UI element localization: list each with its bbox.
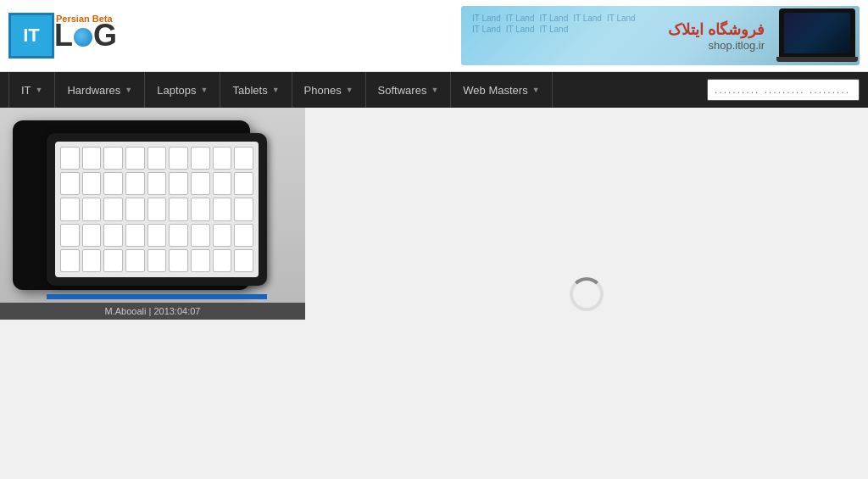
banner-title: فروشگاه ایتلاک (668, 20, 765, 39)
nav-item-phones[interactable]: Phones ▼ (292, 72, 366, 108)
nav-item-webmasters[interactable]: Web Masters ▼ (451, 72, 552, 108)
nav-arrow-tablets: ▼ (272, 86, 280, 94)
banner-text: فروشگاه ایتلاک shop.itlog.ir (461, 14, 775, 58)
loading-spinner (570, 277, 604, 311)
nav-label-webmasters: Web Masters (463, 84, 527, 97)
nav-arrow-hardwares: ▼ (125, 86, 132, 94)
nav-arrow-phones: ▼ (346, 86, 353, 94)
nav-label-phones: Phones (304, 84, 342, 97)
tablet-keyboard (55, 142, 259, 277)
nav-label-hardwares: Hardwares (67, 84, 120, 97)
logo-area: IT Persian Beta LG (8, 13, 117, 58)
nav-arrow-softwares: ▼ (431, 86, 438, 94)
nav-item-laptops[interactable]: Laptops ▼ (145, 72, 220, 108)
nav-arrow-laptops: ▼ (201, 86, 209, 94)
banner[interactable]: IT Land IT Land IT Land IT Land IT Land … (461, 6, 860, 65)
nav-item-it[interactable]: IT ▼ (8, 72, 55, 108)
logo-it-text: IT (23, 25, 40, 47)
nav-label-it: IT (21, 84, 31, 97)
tablet-bottom-bar (47, 294, 267, 299)
nav-label-tablets: Tablets (232, 84, 267, 97)
nav-arrow-webmasters: ▼ (532, 86, 540, 94)
banner-laptop (775, 6, 860, 65)
nav-label-softwares: Softwares (378, 84, 427, 97)
left-panel: M.Abooali | 2013:04:07 (0, 108, 305, 479)
search-input[interactable] (707, 79, 860, 101)
navbar: IT ▼ Hardwares ▼ Laptops ▼ Tablets ▼ Pho… (0, 72, 868, 108)
banner-url: shop.itlog.ir (709, 39, 765, 52)
tablet-front (47, 133, 267, 286)
nav-label-laptops: Laptops (157, 84, 196, 97)
image-caption: M.Abooali | 2013:04:07 (0, 303, 305, 320)
nav-item-softwares[interactable]: Softwares ▼ (366, 72, 452, 108)
center-panel (305, 108, 868, 479)
site-header: IT Persian Beta LG IT Land IT Land IT La… (0, 0, 868, 72)
main-content: M.Abooali | 2013:04:07 (0, 108, 868, 479)
nav-item-hardwares[interactable]: Hardwares ▼ (55, 72, 145, 108)
nav-item-tablets[interactable]: Tablets ▼ (220, 72, 292, 108)
caption-text: M.Abooali | 2013:04:07 (105, 306, 201, 316)
featured-image: M.Abooali | 2013:04:07 (0, 108, 305, 320)
logo-box: IT (8, 13, 54, 58)
logo-log-text: LG (54, 20, 117, 51)
nav-arrow-it: ▼ (36, 86, 43, 94)
